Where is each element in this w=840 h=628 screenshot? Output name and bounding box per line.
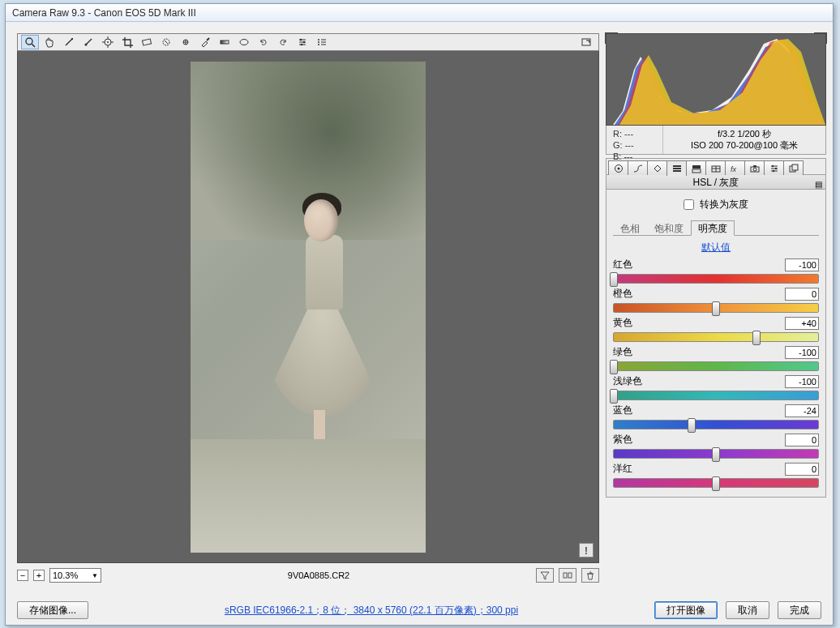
svg-point-6: [105, 39, 111, 45]
slider-thumb[interactable]: [752, 331, 761, 345]
tab-presets[interactable]: [764, 160, 784, 175]
slider-thumb[interactable]: [688, 418, 696, 433]
hsl-subtabs: 色相 饱和度 明亮度: [613, 220, 819, 236]
subtab-sat[interactable]: 饱和度: [647, 220, 691, 236]
slider-row-1: 橙色: [613, 287, 819, 313]
svg-point-7: [107, 41, 109, 43]
panel-title: HSL / 灰度 ▤: [606, 175, 826, 190]
slider-track[interactable]: [613, 303, 819, 313]
slider-value-input[interactable]: [785, 463, 819, 476]
slider-value-input[interactable]: [785, 375, 819, 388]
bottom-bar: 存储图像... sRGB IEC61966-2.1；8 位； 3840 x 57…: [17, 600, 821, 620]
svg-point-27: [318, 39, 319, 41]
svg-point-20: [240, 40, 248, 45]
hand-tool-icon[interactable]: [41, 35, 58, 49]
top-toolbar: [17, 33, 599, 51]
trash-icon[interactable]: [581, 568, 599, 583]
adjustment-brush-tool-icon[interactable]: [196, 35, 214, 49]
svg-point-0: [26, 38, 32, 45]
slider-track[interactable]: [613, 391, 819, 400]
slider-value-input[interactable]: [785, 288, 819, 301]
tab-hsl[interactable]: [666, 160, 687, 176]
done-button[interactable]: 完成: [778, 601, 821, 619]
cancel-button[interactable]: 取消: [726, 601, 769, 619]
graduated-filter-tool-icon[interactable]: [216, 35, 234, 49]
slider-thumb[interactable]: [712, 476, 720, 491]
tab-basic[interactable]: [608, 160, 628, 175]
white-balance-tool-icon[interactable]: [60, 35, 78, 49]
slider-thumb[interactable]: [610, 389, 618, 404]
svg-point-28: [318, 41, 319, 43]
open-image-button[interactable]: 打开图像: [654, 601, 718, 619]
slider-value-input[interactable]: [785, 346, 819, 359]
svg-rect-12: [142, 39, 151, 45]
svg-point-13: [163, 39, 169, 45]
warning-icon[interactable]: !: [579, 543, 594, 558]
fullscreen-icon[interactable]: [577, 35, 595, 49]
slider-thumb[interactable]: [610, 360, 618, 374]
zoom-level-select[interactable]: 10.3%▼: [49, 568, 101, 583]
adjust-panel: R: --- G: --- B: --- f/3.2 1/200 秒 ISO 2…: [606, 33, 826, 498]
svg-point-29: [318, 44, 319, 45]
svg-rect-47: [751, 167, 759, 172]
svg-point-24: [300, 39, 302, 41]
slider-track[interactable]: [613, 420, 819, 429]
workflow-options-link[interactable]: sRGB IEC61966-2.1；8 位； 3840 x 5760 (22.1…: [88, 604, 654, 617]
filter-icon[interactable]: [536, 568, 554, 583]
slider-track[interactable]: [613, 449, 819, 459]
svg-point-5: [85, 44, 88, 46]
slider-track[interactable]: [613, 478, 819, 488]
tab-lens[interactable]: [705, 160, 726, 175]
rotate-ccw-icon[interactable]: [255, 35, 272, 49]
title-bar: Camera Raw 9.3 - Canon EOS 5D Mark III: [6, 4, 833, 22]
crop-tool-icon[interactable]: [118, 35, 136, 49]
rating-icon[interactable]: [559, 568, 576, 583]
slider-track[interactable]: [613, 274, 819, 284]
slider-thumb[interactable]: [712, 301, 720, 316]
list-view-icon[interactable]: [313, 35, 331, 49]
slider-value-input[interactable]: [785, 317, 819, 330]
zoom-out-button[interactable]: −: [17, 570, 28, 581]
color-sampler-tool-icon[interactable]: [79, 35, 97, 49]
zoom-tool-icon[interactable]: [21, 35, 39, 49]
subtab-lum[interactable]: 明亮度: [691, 220, 735, 236]
convert-grayscale-checkbox[interactable]: [684, 199, 694, 210]
tab-split[interactable]: [686, 160, 706, 175]
svg-point-26: [301, 44, 303, 46]
image-preview[interactable]: !: [17, 51, 599, 563]
slider-thumb[interactable]: [610, 272, 618, 287]
save-image-button[interactable]: 存储图像...: [17, 601, 88, 619]
radial-filter-tool-icon[interactable]: [235, 35, 253, 49]
slider-value-input[interactable]: [785, 258, 819, 271]
rotate-cw-icon[interactable]: [274, 35, 292, 49]
tab-snapshots[interactable]: [783, 160, 804, 175]
tab-detail[interactable]: [647, 160, 667, 175]
tab-fx[interactable]: fx: [725, 160, 745, 175]
svg-rect-41: [692, 165, 701, 169]
tab-curve[interactable]: [628, 160, 648, 175]
svg-line-2: [66, 39, 72, 45]
svg-point-53: [771, 164, 773, 166]
slider-row-4: 浅绿色: [613, 374, 819, 400]
targeted-adjust-tool-icon[interactable]: [99, 35, 117, 49]
default-values-link[interactable]: 默认值: [701, 241, 731, 253]
redeye-tool-icon[interactable]: [177, 35, 195, 49]
subtab-hue[interactable]: 色相: [613, 220, 647, 236]
slider-track[interactable]: [613, 361, 819, 371]
straighten-tool-icon[interactable]: [138, 35, 156, 49]
zoom-in-button[interactable]: +: [33, 570, 45, 581]
svg-rect-57: [792, 164, 798, 170]
slider-label: 绿色: [613, 345, 632, 359]
preferences-icon[interactable]: [294, 35, 311, 49]
panel-menu-icon[interactable]: ▤: [815, 177, 822, 192]
exif-readout: R: --- G: --- B: --- f/3.2 1/200 秒 ISO 2…: [606, 126, 826, 155]
spot-removal-tool-icon[interactable]: [157, 35, 175, 49]
tab-camera[interactable]: [744, 160, 765, 175]
slider-track[interactable]: [613, 332, 819, 342]
slider-value-input[interactable]: [785, 434, 819, 446]
slider-row-0: 红色: [613, 258, 819, 284]
svg-point-48: [753, 168, 756, 171]
slider-value-input[interactable]: [785, 404, 819, 417]
preview-pane: ! − + 10.3%▼ 9V0A0885.CR2: [17, 33, 599, 584]
slider-thumb[interactable]: [712, 447, 720, 462]
